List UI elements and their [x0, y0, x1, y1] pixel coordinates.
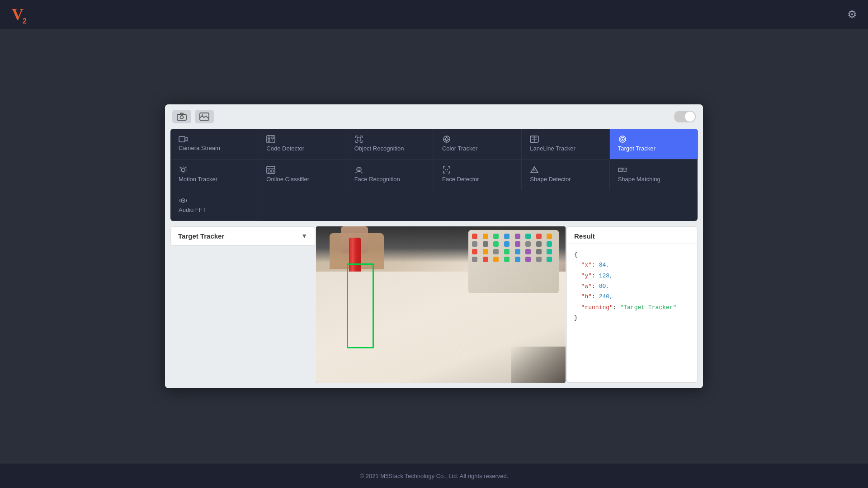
svg-text:V: V [12, 5, 24, 23]
svg-point-34 [359, 169, 360, 169]
nav-target-tracker[interactable]: Target Tracker [610, 129, 698, 160]
shape-detector-icon [530, 166, 539, 174]
app-window: Camera Stream Code Detector [165, 104, 703, 388]
svg-rect-2 [177, 114, 186, 120]
nav-face-detector[interactable]: Face Detector [434, 160, 522, 190]
laneline-tracker-icon [530, 135, 539, 143]
svg-point-26 [181, 168, 185, 172]
toggle-button[interactable] [674, 111, 696, 122]
nav-object-recognition[interactable]: Object Recognition [346, 129, 434, 160]
svg-rect-20 [530, 136, 534, 142]
nav-shape-matching[interactable]: Shape Matching [610, 160, 698, 190]
nav-online-classifier-label: Online Classifier [266, 176, 309, 183]
nav-shape-matching-label: Shape Matching [618, 176, 660, 183]
footer: © 2021 M5Stack Technology Co., Ltd. All … [0, 464, 868, 488]
nav-audio-fft-label: Audio FFT [179, 206, 206, 214]
result-val-w: 80, [599, 283, 609, 290]
nav-laneline-tracker-label: LaneLine Tracker [530, 145, 575, 153]
nav-camera-stream-label: Camera Stream [179, 145, 220, 152]
svg-rect-11 [272, 140, 273, 141]
svg-point-14 [445, 138, 448, 141]
camera-stream-icon [179, 136, 188, 143]
code-detector-icon [266, 135, 275, 143]
result-val-running: "Target Tracker" [620, 304, 676, 311]
nav-face-recognition[interactable]: Face Recognition [346, 160, 434, 190]
nav-shape-detector[interactable]: Shape Detector [522, 160, 609, 190]
nav-object-recognition-label: Object Recognition [354, 145, 404, 153]
app-logo: V 2 [11, 4, 33, 25]
face-detector-icon [442, 166, 451, 174]
settings-icon[interactable]: ⚙ [847, 8, 857, 21]
svg-rect-9 [272, 137, 274, 139]
svg-text:2: 2 [23, 17, 27, 25]
face-recognition-icon [354, 166, 363, 174]
result-panel: Result { "x": 84, "y": 128, "w": 80, "h"… [566, 226, 698, 383]
nav-online-classifier[interactable]: Online Classifier [258, 160, 346, 190]
nav-code-detector-label: Code Detector [266, 145, 304, 153]
camera-capture-button[interactable] [172, 110, 191, 123]
nav-camera-stream[interactable]: Camera Stream [170, 129, 258, 160]
toolbar [165, 104, 703, 129]
result-body: { "x": 84, "y": 128, "w": 80, "h": 240, … [567, 244, 697, 329]
object-recognition-icon [354, 135, 363, 143]
svg-point-36 [447, 169, 448, 170]
chevron-down-icon: ▼ [301, 232, 307, 239]
svg-point-25 [622, 139, 623, 140]
panel-header[interactable]: Target Tracker ▼ [170, 226, 315, 246]
svg-point-5 [202, 114, 203, 116]
svg-point-42 [183, 200, 184, 201]
nav-laneline-tracker[interactable]: LaneLine Tracker [522, 129, 609, 160]
content-area: Target Tracker ▼ [165, 221, 703, 388]
result-key-w: "w" [581, 283, 592, 290]
online-classifier-icon [266, 166, 275, 174]
result-header: Result [567, 227, 697, 244]
header: V 2 ⚙ [0, 0, 868, 29]
target-tracker-icon [618, 135, 627, 143]
svg-rect-10 [268, 140, 270, 141]
svg-rect-6 [179, 136, 185, 142]
nav-face-detector-label: Face Detector [442, 176, 479, 183]
left-panel: Target Tracker ▼ [170, 226, 315, 383]
svg-point-33 [358, 169, 359, 169]
svg-point-35 [445, 169, 446, 170]
nav-audio-fft[interactable]: Audio FFT [170, 190, 258, 221]
svg-point-3 [180, 116, 184, 119]
keyboard-area [468, 230, 559, 293]
svg-marker-37 [531, 167, 538, 173]
svg-rect-7 [267, 136, 275, 143]
result-val-h: 240, [599, 293, 613, 300]
svg-rect-31 [271, 170, 274, 172]
nav-shape-detector-label: Shape Detector [530, 176, 571, 183]
color-tracker-icon [442, 135, 451, 143]
nav-face-recognition-label: Face Recognition [354, 176, 400, 183]
image-upload-button[interactable] [195, 110, 214, 123]
audio-fft-icon [179, 197, 188, 205]
svg-point-38 [533, 169, 535, 171]
nav-grid: Camera Stream Code Detector [170, 129, 698, 221]
toggle-knob [685, 112, 695, 122]
shape-matching-icon [618, 166, 627, 174]
nav-motion-tracker-label: Motion Tracker [179, 176, 217, 183]
camera-view [316, 226, 566, 383]
motion-tracker-icon [179, 166, 188, 174]
result-key-y: "y" [581, 272, 592, 279]
result-key-h: "h" [581, 293, 592, 300]
nav-color-tracker[interactable]: Color Tracker [434, 129, 522, 160]
result-val-x: 84, [599, 262, 609, 268]
main-area: Camera Stream Code Detector [0, 29, 868, 464]
result-val-y: 128, [599, 272, 613, 279]
panel-title: Target Tracker [178, 232, 224, 240]
svg-rect-8 [268, 137, 270, 139]
nav-motion-tracker[interactable]: Motion Tracker [170, 160, 258, 190]
camera-background [316, 226, 566, 383]
svg-rect-30 [268, 170, 270, 172]
footer-text: © 2021 M5Stack Technology Co., Ltd. All … [360, 473, 509, 479]
shadow-area [511, 347, 566, 383]
nav-target-tracker-label: Target Tracker [618, 145, 656, 153]
nav-color-tracker-label: Color Tracker [442, 145, 477, 153]
result-key-running: "running" [581, 304, 613, 311]
svg-rect-12 [357, 137, 361, 141]
nav-code-detector[interactable]: Code Detector [258, 129, 346, 160]
result-key-x: "x" [581, 262, 592, 268]
